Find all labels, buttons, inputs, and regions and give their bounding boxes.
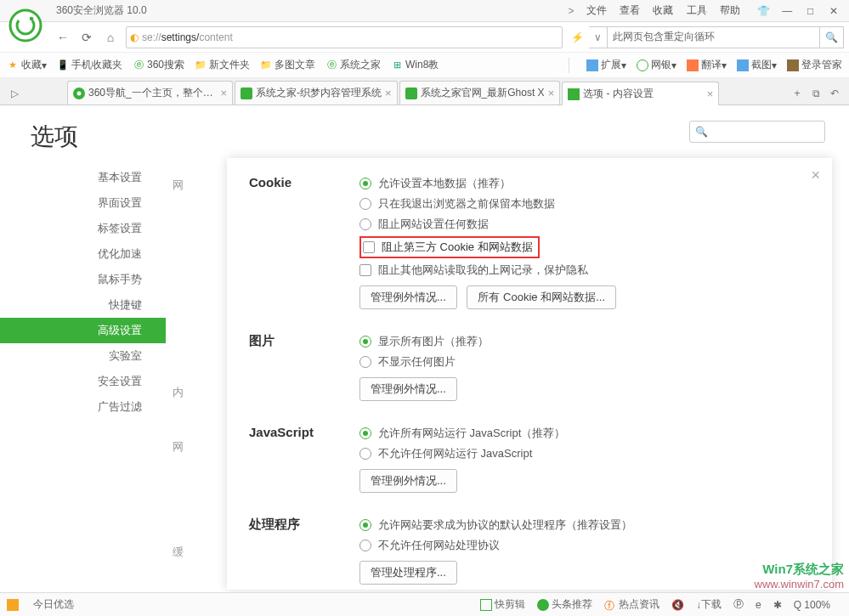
- tab-close-icon[interactable]: ×: [548, 87, 555, 99]
- image-radio-hide[interactable]: 不显示任何图片: [359, 352, 810, 372]
- side-mouse[interactable]: 鼠标手势: [0, 267, 166, 292]
- new-tab-button[interactable]: +: [788, 82, 807, 105]
- engine-dropdown[interactable]: ∨: [589, 26, 608, 48]
- handler-manage-button[interactable]: 管理处理程序...: [359, 561, 457, 585]
- tab-3[interactable]: 选项 - 内容设置 ×: [562, 82, 719, 105]
- side-ui[interactable]: 界面设置: [0, 190, 166, 216]
- cookie-radio-allow[interactable]: 允许设置本地数据（推荐）: [359, 173, 810, 194]
- bookmark-bar: ★收藏 ▾ 📱手机收藏夹 ⓔ360搜索 📁新文件夹 📁多图文章 ⓔ系统之家 ⊞W…: [0, 53, 849, 78]
- cookie-radio-block[interactable]: 阻止网站设置任何数据: [359, 214, 810, 235]
- home-button[interactable]: ⌂: [99, 26, 122, 48]
- cookie-all-data-button[interactable]: 所有 Cookie 和网站数据...: [467, 285, 616, 309]
- modal-close-icon[interactable]: ×: [811, 167, 820, 184]
- sb-p[interactable]: ⓟ: [733, 597, 744, 612]
- sb-grid[interactable]: [7, 599, 21, 611]
- sb-net[interactable]: ✱: [773, 599, 782, 611]
- menu-file[interactable]: 文件: [586, 4, 607, 16]
- sb-clip[interactable]: 快剪辑: [480, 597, 525, 612]
- chevron-right-icon[interactable]: >: [569, 5, 574, 17]
- radio-icon: [359, 448, 371, 460]
- settings-icon: [568, 88, 580, 100]
- e-icon: ⓔ: [133, 59, 144, 71]
- side-lab[interactable]: 实验室: [0, 343, 166, 369]
- e-icon: ⓔ: [325, 59, 337, 71]
- back-button[interactable]: ←: [51, 26, 75, 48]
- handler-radio-allow[interactable]: 允许网站要求成为协议的默认处理程序（推荐设置）: [359, 515, 810, 535]
- bookmark-360search[interactable]: ⓔ360搜索: [133, 58, 184, 72]
- side-optimize[interactable]: 优化加速: [0, 241, 166, 267]
- search-icon: 🔍: [695, 126, 708, 138]
- tab-close-icon[interactable]: ×: [385, 87, 392, 99]
- tool-translate[interactable]: 翻译 ▾: [687, 58, 727, 72]
- fire-icon: ⓕ: [604, 599, 616, 611]
- page-title: 选项: [0, 105, 166, 165]
- side-tabs[interactable]: 标签设置: [0, 216, 166, 241]
- settings-search[interactable]: 🔍: [689, 121, 825, 143]
- category-strip: 网 内 网 缓: [166, 105, 217, 590]
- bookmark-syshome[interactable]: ⓔ系统之家: [325, 58, 381, 72]
- bolt-icon[interactable]: ⚡: [571, 31, 584, 43]
- sb-zoom[interactable]: Q 100%: [794, 599, 830, 611]
- js-exceptions-button[interactable]: 管理例外情况...: [359, 469, 457, 493]
- site-icon: [73, 88, 85, 99]
- cookie-exceptions-button[interactable]: 管理例外情况...: [359, 285, 457, 309]
- cookie-radio-session[interactable]: 只在我退出浏览器之前保留本地数据: [359, 194, 810, 214]
- image-label: 图片: [249, 331, 359, 401]
- bank-icon: [637, 59, 648, 71]
- sb-mute[interactable]: 🔇: [671, 599, 684, 611]
- tab-close-icon[interactable]: ×: [220, 87, 227, 99]
- image-exceptions-button[interactable]: 管理例外情况...: [359, 377, 457, 401]
- tab-close-icon[interactable]: ×: [707, 88, 714, 100]
- tab-2[interactable]: 系统之家官网_最新Ghost X ×: [399, 81, 561, 105]
- sb-today[interactable]: 今日优选: [33, 597, 74, 612]
- translate-icon: [687, 59, 699, 71]
- menu-help[interactable]: 帮助: [720, 4, 740, 16]
- tab-0[interactable]: 360导航_一个主页，整个世... ×: [67, 81, 233, 105]
- sb-headline[interactable]: 头条推荐: [537, 597, 592, 612]
- tool-extensions[interactable]: 扩展 ▾: [586, 58, 626, 72]
- folder-icon: 📁: [260, 59, 272, 71]
- tool-screenshot[interactable]: 截图 ▾: [737, 58, 777, 72]
- minimize-icon[interactable]: —: [777, 3, 797, 20]
- bookmark-win8[interactable]: ⊞Win8教: [391, 58, 439, 72]
- close-icon[interactable]: ✕: [824, 3, 844, 20]
- checkbox-icon[interactable]: [363, 241, 375, 253]
- handler-radio-block[interactable]: 不允许任何网站处理协议: [359, 535, 810, 556]
- bookmark-newfolder[interactable]: 📁新文件夹: [195, 58, 250, 72]
- sb-hot[interactable]: ⓕ热点资讯: [604, 597, 659, 612]
- js-radio-allow[interactable]: 允许所有网站运行 JavaScript（推荐）: [359, 423, 810, 444]
- url-input[interactable]: ◐ se:// settings/ content: [126, 26, 563, 48]
- tab-list-button[interactable]: ▷: [5, 82, 24, 105]
- side-security[interactable]: 安全设置: [0, 369, 166, 394]
- side-adblock[interactable]: 广告过滤: [0, 394, 166, 420]
- menu-view[interactable]: 查看: [620, 4, 640, 16]
- side-advanced[interactable]: 高级设置: [0, 318, 166, 343]
- restore-tab-button[interactable]: ⧉: [807, 82, 825, 105]
- mobile-icon: 📱: [57, 59, 69, 71]
- reload-button[interactable]: ⟳: [75, 26, 99, 48]
- bookmark-mobile[interactable]: 📱手机收藏夹: [57, 58, 122, 72]
- tab-1[interactable]: 系统之家-织梦内容管理系统 ×: [235, 81, 398, 105]
- tool-bank[interactable]: 网银 ▾: [637, 58, 676, 72]
- app-logo: [8, 8, 42, 42]
- js-radio-block[interactable]: 不允许任何网站运行 JavaScript: [359, 444, 810, 464]
- menu-tools[interactable]: 工具: [687, 4, 707, 16]
- maximize-icon[interactable]: □: [801, 3, 821, 20]
- cookie-check-privacy[interactable]: 阻止其他网站读取我的上网记录，保护隐私: [359, 260, 810, 280]
- bookmark-star[interactable]: ★收藏 ▾: [7, 58, 47, 72]
- sb-download[interactable]: ↓ 下载: [696, 597, 722, 612]
- skin-icon[interactable]: 👕: [754, 3, 774, 20]
- cookie-check-3rdparty[interactable]: 阻止第三方 Cookie 和网站数据: [382, 240, 533, 255]
- undo-tab-button[interactable]: ↶: [825, 82, 844, 105]
- side-shortcut[interactable]: 快捷键: [0, 292, 166, 318]
- tool-login[interactable]: 登录管家: [787, 58, 842, 72]
- bookmark-multiimg[interactable]: 📁多图文章: [260, 58, 315, 72]
- camera-icon: [737, 59, 749, 71]
- sb-e[interactable]: e: [756, 599, 761, 611]
- menu-fav[interactable]: 收藏: [653, 4, 673, 16]
- section-cookie: Cookie 允许设置本地数据（推荐） 只在我退出浏览器之前保留本地数据 阻止网…: [249, 173, 810, 309]
- headline-icon: [537, 599, 549, 611]
- image-radio-show[interactable]: 显示所有图片（推荐）: [359, 331, 810, 352]
- side-basic[interactable]: 基本设置: [0, 165, 166, 190]
- search-button[interactable]: 🔍: [820, 26, 844, 48]
